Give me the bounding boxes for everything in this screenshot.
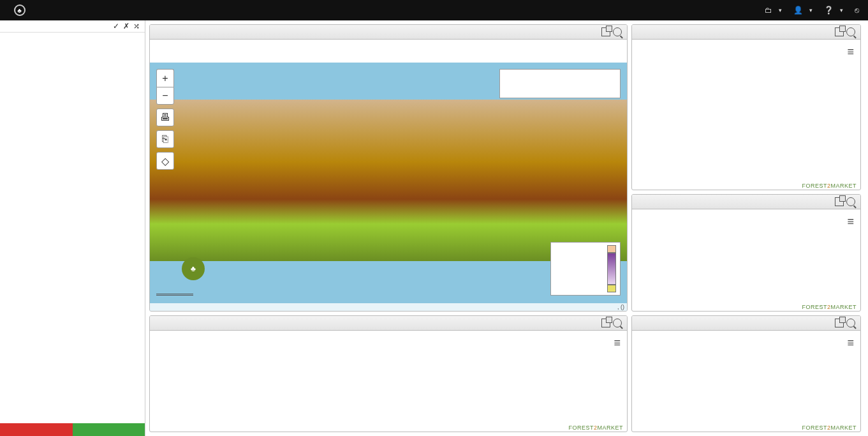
forest2market-watermark: FOREST2MARKET [802, 304, 857, 310]
forest2market-watermark: FOREST2MARKET [802, 425, 857, 431]
popout-icon[interactable] [601, 319, 610, 327]
expand-icon[interactable] [846, 197, 855, 206]
folder-icon: 🗀 [765, 6, 772, 15]
topbar: ♣ 🗀 👤 ❔ ⎋ [0, 0, 868, 20]
map-canvas[interactable]: + − 🖶 ⎘ ◇ [150, 63, 627, 311]
carbon-by-ownership-panel: ≡ FOREST2MARKET [631, 315, 861, 433]
reset-filters-button[interactable] [0, 423, 73, 436]
total-carbon-stored-panel: ≡ FOREST2MARKET [631, 194, 861, 312]
popout-icon[interactable] [835, 197, 844, 206]
forest-types-list[interactable] [0, 33, 145, 423]
export-button[interactable]: ⎘ [156, 130, 174, 148]
map-attribution: , () [150, 303, 627, 311]
print-button[interactable]: 🖶 [156, 109, 174, 126]
expand-icon[interactable] [846, 27, 855, 36]
map-scale [156, 293, 193, 296]
forest2market-watermark: FOREST2MARKET [802, 183, 857, 189]
popout-icon[interactable] [835, 27, 844, 36]
apply-filters-button[interactable] [73, 423, 145, 436]
check-all-icon[interactable]: ✓ [113, 22, 119, 31]
map-info-box [499, 69, 621, 98]
shuffle-icon[interactable]: ⤮ [133, 22, 140, 31]
popout-icon[interactable] [835, 319, 844, 327]
chart-menu-icon[interactable]: ≡ [847, 49, 854, 55]
carbon-distributions-panel: ≡ FOREST2MARKET [149, 315, 628, 433]
forest2market-watermark: FOREST2MARKET [568, 425, 623, 431]
uncheck-all-icon[interactable]: ✗ [123, 22, 129, 31]
acres-panel: ≡ FOREST2MARKET [631, 24, 861, 190]
sign-out-button[interactable]: ⎋ [855, 6, 862, 15]
zoom-out-button[interactable]: − [156, 87, 174, 105]
chart-menu-icon[interactable]: ≡ [847, 340, 854, 346]
forest-types-toolbar: ✓ ✗ ⤮ [0, 20, 145, 33]
help-menu[interactable]: ❔ [824, 6, 843, 15]
forest2market-logo-icon: ♣ [182, 257, 205, 280]
layers-button[interactable]: ◇ [156, 152, 174, 170]
map-panel: + − 🖶 ⎘ ◇ [149, 24, 628, 312]
map-legend [550, 242, 621, 296]
signout-icon: ⎋ [855, 6, 859, 15]
expand-icon[interactable] [613, 27, 622, 36]
popout-icon[interactable] [601, 27, 610, 36]
my-products-menu[interactable]: 🗀 [765, 6, 782, 15]
expand-icon[interactable] [613, 319, 622, 327]
help-icon: ❔ [824, 6, 834, 15]
chart-menu-icon[interactable]: ≡ [847, 218, 854, 225]
chart-menu-icon[interactable]: ≡ [614, 340, 621, 346]
filter-sidebar: ✓ ✗ ⤮ [0, 20, 145, 436]
tree-icon: ♣ [14, 4, 26, 16]
user-icon: 👤 [793, 6, 803, 15]
expand-icon[interactable] [846, 319, 855, 327]
brand-logo: ♣ [6, 4, 26, 16]
zoom-in-button[interactable]: + [156, 69, 174, 87]
view-menu[interactable]: 👤 [793, 6, 813, 15]
